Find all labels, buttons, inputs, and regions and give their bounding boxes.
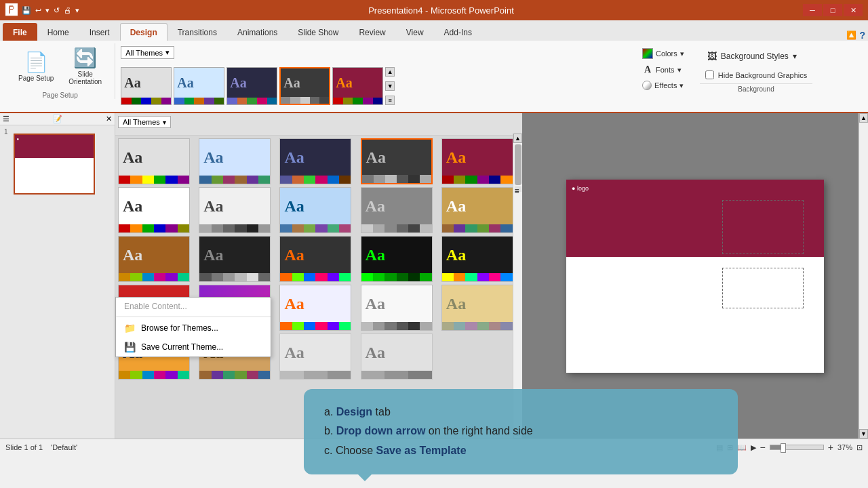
slide-scroll-up[interactable]: ▲	[859, 113, 868, 123]
tab-review[interactable]: Review	[349, 23, 395, 41]
slide-panel-header: ☰ 📝 ✕	[0, 113, 115, 125]
save-theme-label: Save Current Theme...	[141, 342, 223, 352]
outline-view-icon[interactable]: 📝	[53, 115, 62, 123]
theme-item-4-active[interactable]: Aa	[361, 138, 433, 184]
effects-button[interactable]: Effects ▾	[637, 79, 689, 92]
effects-icon	[642, 81, 652, 90]
fit-window[interactable]: ⊡	[856, 443, 863, 452]
dropdown-enable-content: Enable Content...	[116, 298, 271, 315]
quick-access-save[interactable]: 💾	[22, 6, 31, 15]
themes-filter-dropdown[interactable]: All Themes ▾	[118, 116, 171, 128]
page-setup-label: Page Setup	[18, 75, 54, 82]
theme-item-3[interactable]: Aa	[279, 138, 351, 184]
zoom-handle[interactable]	[781, 443, 786, 453]
dropdown-browse-themes[interactable]: 📁 Browse for Themes...	[116, 319, 271, 338]
quick-access-dropdown[interactable]: ▾	[45, 6, 50, 15]
theme-item-18[interactable]: Aa	[279, 285, 351, 331]
slide-orientation-label: SlideOrientation	[68, 70, 102, 85]
theme-item-11[interactable]: Aa	[118, 236, 190, 282]
fonts-button[interactable]: A Fonts ▾	[637, 62, 689, 77]
minimize-button[interactable]: ─	[803, 4, 822, 16]
themes-scroll[interactable]: ▲ ▼ ≡	[385, 67, 395, 105]
maximize-button[interactable]: □	[823, 4, 842, 16]
tab-slideshow[interactable]: Slide Show	[288, 23, 349, 41]
ribbon-collapse-btn[interactable]: 🔼	[846, 30, 856, 40]
theme-item-2[interactable]: Aa	[199, 138, 271, 184]
page-setup-button[interactable]: 📄 Page Setup	[12, 47, 60, 85]
theme-item-19[interactable]: Aa	[361, 285, 433, 331]
tooltip-c-highlight: Save as Template	[376, 445, 466, 456]
scroll-thumb[interactable]	[515, 144, 521, 185]
theme-item-15[interactable]: Aa	[441, 236, 513, 282]
theme-item-24[interactable]: Aa	[361, 333, 433, 380]
ribbon-group-page-setup: 📄 Page Setup 🔄 SlideOrientation Page Set…	[5, 43, 115, 99]
theme-item-14[interactable]: Aa	[361, 236, 433, 282]
slide-logo: ● logo	[572, 185, 589, 192]
slide-canvas[interactable]: ● logo	[566, 180, 824, 373]
dropdown-save-theme[interactable]: 💾 Save Current Theme...	[116, 338, 271, 357]
slide-thumbnail[interactable]: ●	[14, 134, 95, 195]
theme-preview-active[interactable]: Aa	[279, 67, 330, 105]
slides-view-icon[interactable]: ☰	[3, 115, 9, 123]
zoom-in[interactable]: +	[828, 442, 833, 453]
slide-number: 1	[4, 128, 8, 136]
theme-preview-3[interactable]: Aa	[226, 67, 277, 105]
tooltip-b-suffix: on the right hand side	[425, 425, 532, 436]
view-slideshow[interactable]: ▶	[751, 443, 756, 452]
tab-file[interactable]: File	[3, 23, 37, 41]
help-btn[interactable]: ?	[859, 30, 865, 41]
quick-access-redo[interactable]: ↺	[54, 6, 60, 15]
zoom-out[interactable]: −	[760, 442, 766, 453]
tab-view[interactable]: View	[396, 23, 434, 41]
zoom-slider[interactable]	[770, 445, 824, 450]
background-styles-button[interactable]: 🖼 Background Styles ▾	[700, 46, 812, 66]
theme-item-13[interactable]: Aa	[279, 236, 351, 282]
tab-animations[interactable]: Animations	[227, 23, 288, 41]
theme-preview-2[interactable]: Aa	[174, 67, 224, 105]
theme-item-23[interactable]: Aa	[279, 333, 351, 380]
theme-item-9[interactable]: Aa	[361, 187, 433, 233]
tab-addins[interactable]: Add-Ins	[434, 23, 482, 41]
slide-orientation-button[interactable]: 🔄 SlideOrientation	[62, 43, 108, 89]
bg-options-group: 🖼 Background Styles ▾ Hide Background Gr…	[700, 46, 812, 93]
theme-preview-1[interactable]: Aa	[121, 67, 172, 105]
title-bar: 🅿 💾 ↩ ▾ ↺ 🖨 ▾ Presentation4 - Microsoft …	[0, 0, 868, 20]
tab-home[interactable]: Home	[37, 23, 79, 41]
theme-item-10[interactable]: Aa	[441, 187, 513, 233]
slide-panel-close[interactable]: ✕	[106, 115, 112, 123]
theme-item-8[interactable]: Aa	[279, 187, 351, 233]
slide-textbox-1[interactable]	[722, 200, 804, 254]
dropdown-divider	[116, 317, 271, 317]
theme-preview-5[interactable]: Aa	[332, 67, 383, 105]
themes-dropdown-label: All Themes	[125, 49, 163, 57]
theme-item-7[interactable]: Aa	[199, 187, 271, 233]
ribbon-right-options: Colors ▾ A Fonts ▾ Effects ▾ 🖼 Backgroun	[632, 43, 863, 96]
quick-access-print[interactable]: 🖨	[64, 6, 71, 14]
tab-insert[interactable]: Insert	[79, 23, 120, 41]
hide-background-checkbox[interactable]	[705, 70, 714, 79]
theme-item-20[interactable]: Aa	[441, 285, 513, 331]
tab-transitions[interactable]: Transitions	[167, 23, 227, 41]
tooltip-b-prefix: b.	[324, 425, 336, 436]
slide-item-1[interactable]: 1 ●	[0, 125, 115, 203]
theme-item-1[interactable]: Aa	[118, 138, 190, 184]
quick-access-undo[interactable]: ↩	[35, 6, 41, 15]
fonts-icon: A	[642, 64, 653, 75]
colors-label: Colors	[656, 49, 677, 58]
theme-item-6[interactable]: Aa	[118, 187, 190, 233]
close-button[interactable]: ✕	[844, 4, 863, 16]
tab-design[interactable]: Design	[120, 23, 167, 41]
theme-item-5[interactable]: Aa	[441, 138, 513, 184]
theme-item-12[interactable]: Aa	[199, 236, 271, 282]
slide-scroll-down[interactable]: ▼	[859, 429, 868, 439]
themes-preview-row: Aa Aa Aa Aa	[121, 66, 627, 106]
themes-dropdown[interactable]: All Themes ▾	[121, 46, 174, 59]
effects-arrow: ▾	[679, 81, 684, 90]
scroll-up-arrow[interactable]: ▲	[513, 134, 522, 143]
theme-name: 'Default'	[51, 443, 77, 451]
view-reading[interactable]: 📖	[737, 443, 747, 452]
slide-scrollbar-v[interactable]: ▲ ▼	[859, 113, 868, 439]
tooltip-bubble: a. Design tab b. Drop down arrow on the …	[304, 389, 738, 474]
colors-button[interactable]: Colors ▾	[637, 46, 689, 61]
slide-textbox-2[interactable]	[722, 268, 804, 308]
